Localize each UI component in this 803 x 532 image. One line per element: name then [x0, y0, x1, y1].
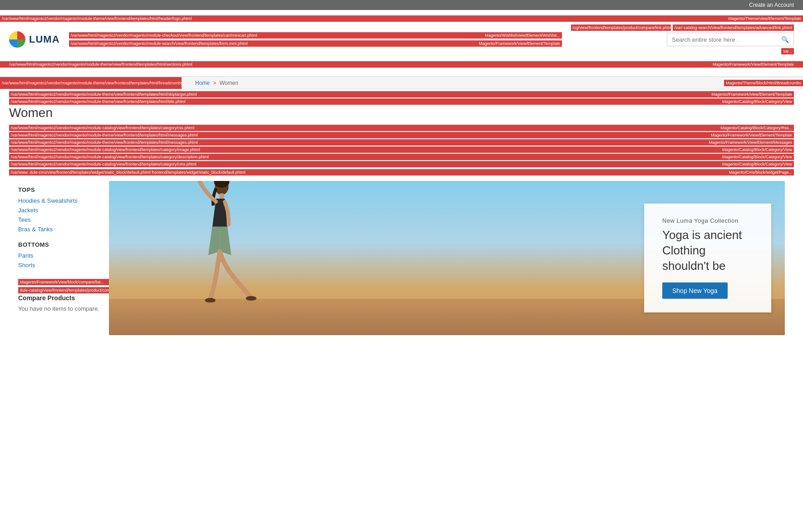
yoga-woman-figure — [172, 181, 263, 312]
debug-compare-link: log/view/frontend/templates/product/comp… — [571, 24, 671, 31]
search-bar: 🔍 — [667, 33, 794, 46]
debug-msg1-right: Magento/Framework/View/Element/Template — [709, 132, 794, 138]
sidebar-shorts[interactable]: Shorts — [18, 260, 109, 270]
debug-right4: var... — [781, 48, 794, 54]
debug-row-logo: /var/www/html/magento2/vendor/magento/mo… — [0, 15, 803, 22]
sidebar-tees[interactable]: Tees — [18, 215, 109, 225]
debug-skiptarget-right: Magento/Framework/view/Element/Template — [709, 91, 794, 98]
header-main-row: LUMA /var/www/html/magento2/vendor/magen… — [0, 23, 803, 56]
debug-catimg-row: /var/www/html/magento2/vendor/magento/mo… — [9, 146, 794, 153]
compare-debug-path2: dule-catalog/view/frontend/templates/pro… — [18, 287, 109, 293]
debug-catcms-right: Magento/Catalog/Block/Category/View — [720, 161, 794, 167]
search-button[interactable]: 🔍 — [777, 33, 793, 46]
sidebar-bottoms-title: BOTTOMS — [18, 241, 109, 248]
hero-title-line2: Clothing shouldn't be — [662, 244, 725, 273]
sections-debug-path: /var/www/html/magento2/vendor/magento/mo… — [9, 62, 192, 67]
breadcrumb-home[interactable]: Home — [195, 80, 210, 86]
logo-text[interactable]: LUMA — [29, 34, 60, 45]
debug-logo-path: /var/www/html/magento2/vendor/magento/mo… — [0, 15, 726, 22]
compare-section: Magento/Framework/view/block/compare/lis… — [18, 279, 109, 312]
debug-advsearch: /var/-catalog-search/view/frontend/templ… — [673, 24, 794, 31]
logo-area: LUMA — [9, 31, 60, 48]
compare-title: Compare Products — [18, 294, 109, 302]
svg-point-5 — [246, 296, 256, 301]
hero-title-line1: Yoga is ancient — [662, 228, 742, 242]
debug-title-path: /var/www/html/magento2/vendor/magento/mo… — [9, 98, 720, 105]
sidebar: TOPS Hoodies & Sweatshirts Jackets Tees … — [18, 176, 109, 340]
debug-rss-row: /var/www/html/magento2/vendor/magento/mo… — [9, 125, 794, 131]
debug-search-path: /var/www/html/magento2/vendor/magento/mo… — [69, 40, 477, 47]
debug-right-row4: var... — [781, 48, 794, 54]
empty-bar — [0, 68, 803, 77]
page-container: /var/www/html/magento2/vendor/magento/mo… — [0, 91, 803, 340]
debug-title-right: Magento/Catalog/Block/Category/View — [720, 98, 794, 105]
hero-title: Yoga is ancient Clothing shouldn't be — [662, 228, 753, 273]
debug-msg2-row: /var/www/html/magento2/vendor/magento/mo… — [9, 139, 794, 146]
debug-catcms: /var/www/html/magento2/vendor/magento/mo… — [9, 161, 720, 167]
debug-rss-right: Magento/Catalog/Block/Category/Rss... — [719, 125, 794, 131]
debug-catcms-row: /var/www/html/magento2/vendor/magento/mo… — [9, 161, 794, 167]
debug-cart-right: Magento/Wishlist/view/Element/Wishlist..… — [483, 32, 562, 39]
debug-logo-right: Magento/Theme/view/Element/Template — [726, 15, 803, 22]
debug-widget-path: /var/www. dule-cms/view/frontend/templat… — [9, 169, 727, 176]
svg-point-4 — [205, 298, 216, 303]
compare-debug-row: Magento/Framework/view/block/compare/lis… — [18, 279, 109, 285]
debug-catimg: /var/www/html/magento2/vendor/magento/mo… — [9, 146, 720, 153]
hero-info-box: New Luma Yoga Collection Yoga is ancient… — [644, 204, 771, 312]
compare-debug-row2: dule-catalog/view/frontend/templates/pro… — [18, 287, 109, 293]
main-content: TOPS Hoodies & Sweatshirts Jackets Tees … — [9, 176, 794, 340]
debug-msg2: /var/www/html/magento2/vendor/magento/mo… — [9, 139, 707, 146]
breadcrumb: Home > Women — [195, 80, 238, 86]
sidebar-jackets[interactable]: Jackets — [18, 205, 109, 215]
sidebar-tops-title: TOPS — [18, 186, 109, 193]
page-title: Women — [9, 106, 794, 120]
logo-icon — [9, 31, 25, 48]
svg-rect-2 — [219, 193, 224, 199]
compare-debug-path1: Magento/Framework/view/block/compare/lis… — [18, 279, 109, 285]
compare-no-items: You have no items to compare. — [18, 305, 109, 312]
top-bar: Create an Account — [0, 0, 803, 10]
header-area: /var/www/html/magento2/vendor/magento/mo… — [0, 10, 803, 61]
debug-catdesc-row: /var/www/html/magento2/vendor/magento/mo… — [9, 154, 794, 160]
sidebar-pants[interactable]: Pants — [18, 251, 109, 260]
debug-msg2-right: Magento/Framework/View/Element/Messages — [707, 139, 794, 146]
breadcrumb-bar: /var/www/html/magento2/vendor/magento/mo… — [0, 77, 803, 89]
debug-widget-right: Magento/Cms/block/widget/Page... — [727, 169, 794, 176]
header-debug-middle: /var/www/html/magento2/vendor/magento/mo… — [69, 31, 562, 48]
debug-msg1: /var/www/html/magento2/vendor/magento/mo… — [9, 132, 709, 138]
debug-widget-row: /var/www. dule-cms/view/frontend/templat… — [9, 169, 794, 176]
hero-banner: New Luma Yoga Collection Yoga is ancient… — [109, 181, 785, 335]
debug-catdesc-right: Magento/Catalog/Block/Category/View — [720, 154, 794, 160]
debug-msg1-row: /var/www/html/magento2/vendor/magento/mo… — [9, 132, 794, 138]
breadcrumb-sep: > — [213, 80, 216, 86]
hero-subtitle: New Luma Yoga Collection — [662, 217, 753, 224]
breadcrumb-debug-right: Magento/Theme/block/Html/Breadcrumbs — [724, 80, 803, 86]
debug-rss: /var/www/html/magento2/vendor/magento/mo… — [9, 125, 719, 131]
sections-debug-right: Magento/Framework/View/Element/Template — [713, 62, 794, 67]
debug-skiptarget-row: /var/www/html/magento2/vendor/magento/mo… — [9, 91, 794, 98]
sidebar-hoodies[interactable]: Hoodies & Sweatshirts — [18, 196, 109, 205]
create-account-link[interactable]: Create an Account — [749, 2, 794, 8]
search-input[interactable] — [667, 34, 777, 46]
shop-new-yoga-button[interactable]: Shop New Yoga — [662, 283, 728, 299]
debug-skiptarget: /var/www/html/magento2/vendor/magento/mo… — [9, 91, 709, 98]
sidebar-bras[interactable]: Bras & Tanks — [18, 225, 109, 234]
sections-debug-bar: /var/www/html/magento2/vendor/magento/mo… — [0, 61, 803, 68]
debug-catimg-right: Magento/Catalog/Block/Category/View — [720, 146, 794, 153]
debug-title-row: /var/www/html/magento2/vendor/magento/mo… — [9, 98, 794, 105]
content-area: New Luma Yoga Collection Yoga is ancient… — [109, 176, 785, 340]
header-debug-right: log/view/frontend/templates/product/comp… — [571, 24, 794, 31]
breadcrumb-current: Women — [220, 80, 238, 86]
breadcrumb-debug-path: /var/www/html/magento2/vendor/magento/mo… — [0, 77, 182, 89]
debug-catdesc: /var/www/html/magento2/vendor/magento/mo… — [9, 154, 720, 160]
search-area: log/view/frontend/templates/product/comp… — [571, 24, 794, 54]
debug-cart-path: /var/www/html/magento2/vendor/magento/mo… — [69, 32, 483, 39]
debug-search-right: Magento/Framework/View/Element/Template — [477, 40, 562, 47]
